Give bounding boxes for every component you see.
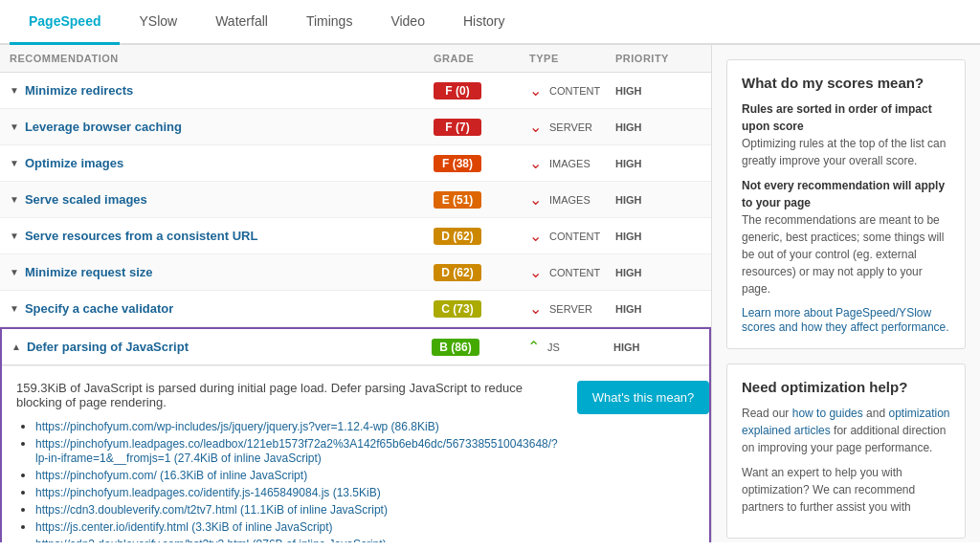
js-link[interactable]: https://cdn3.doubleverify.com/t2tv7.html… bbox=[35, 503, 388, 517]
rec-name-optimize-images[interactable]: ▼ Optimize images bbox=[10, 156, 434, 170]
chevron-icon: ⌄ bbox=[529, 118, 542, 136]
type-label: SERVER bbox=[549, 303, 592, 315]
list-item: https://js.center.io/identify.html (3.3K… bbox=[35, 519, 558, 534]
tab-history[interactable]: History bbox=[444, 0, 524, 45]
type-label: CONTENT bbox=[549, 231, 600, 242]
js-link[interactable]: https://pinchofyum.leadpages.co/identify… bbox=[35, 486, 381, 499]
type-label: SERVER bbox=[549, 121, 592, 133]
priority-label: HIGH bbox=[615, 303, 702, 315]
opt-prefix: Read our bbox=[742, 407, 792, 420]
direction-cell: ⌄ SERVER bbox=[529, 118, 615, 136]
grade-badge: E (51) bbox=[434, 191, 481, 209]
scores-title: What do my scores mean? bbox=[742, 75, 950, 91]
rule-sorted-label: Rules are sorted in order of impact upon… bbox=[742, 102, 932, 133]
list-item: https://pinchofyum.leadpages.co/identify… bbox=[35, 485, 558, 499]
rec-name-minimize-redirects[interactable]: ▼ Minimize redirects bbox=[10, 83, 434, 98]
recommendations-panel: RECOMMENDATION GRADE TYPE PRIORITY ▼ Min… bbox=[0, 45, 712, 542]
rec-name-serve-scaled-images[interactable]: ▼ Serve scaled images bbox=[10, 192, 434, 207]
grade-badge: D (62) bbox=[434, 264, 481, 281]
direction-cell: ⌄ CONTENT bbox=[529, 81, 615, 99]
expand-arrow: ▼ bbox=[10, 121, 19, 132]
table-row: ▼ Serve resources from a consistent URL … bbox=[0, 218, 711, 254]
table-row: ▼ Minimize redirects F (0) ⌄ CONTENT HIG… bbox=[0, 73, 711, 109]
table-row: ▼ Serve scaled images E (51) ⌄ IMAGES HI… bbox=[0, 182, 711, 218]
chevron-icon: ⌄ bbox=[529, 81, 542, 99]
expanded-grade-cell: B (86) bbox=[432, 339, 527, 356]
priority-label: HIGH bbox=[615, 267, 702, 278]
grade-badge: D (62) bbox=[434, 228, 481, 245]
col-grade: GRADE bbox=[434, 53, 529, 64]
list-item: https://cdn3.doubleverify.com/t2tv7.html… bbox=[35, 502, 558, 517]
js-link[interactable]: https://pinchofyum.leadpages.co/leadbox/… bbox=[35, 437, 558, 465]
tab-yslow[interactable]: YSlow bbox=[120, 0, 196, 45]
table-row: ▼ Minimize request size D (62) ⌄ CONTENT… bbox=[0, 254, 711, 291]
chevron-icon: ⌄ bbox=[529, 154, 542, 172]
tab-waterfall[interactable]: Waterfall bbox=[196, 0, 287, 45]
chevron-icon: ⌄ bbox=[529, 190, 542, 209]
js-link[interactable]: https://cdn3.doubleverify.com/bst2tv3.ht… bbox=[35, 538, 387, 542]
list-item: https://pinchofyum.com/ (16.3KiB of inli… bbox=[35, 468, 558, 482]
tab-video[interactable]: Video bbox=[371, 0, 444, 45]
rec-name-minimize-request-size[interactable]: ▼ Minimize request size bbox=[10, 265, 434, 279]
js-links-list: https://pinchofyum.com/wp-includes/js/jq… bbox=[16, 419, 558, 542]
rec-name-serve-resources-consistent-url[interactable]: ▼ Serve resources from a consistent URL bbox=[10, 229, 434, 243]
list-item: https://pinchofyum.com/wp-includes/js/jq… bbox=[35, 419, 558, 433]
direction-cell: ⌄ SERVER bbox=[529, 299, 615, 318]
grade-cell: F (7) bbox=[434, 119, 529, 136]
grade-cell: E (51) bbox=[434, 191, 529, 209]
optimization-text1: Read our how to guides and optimization … bbox=[742, 405, 950, 456]
tab-pagespeed[interactable]: PageSpeed bbox=[10, 0, 120, 45]
rec-name-specify-cache-validator[interactable]: ▼ Specify a cache validator bbox=[10, 301, 434, 316]
table-row: ▼ Optimize images F (38) ⌄ IMAGES HIGH bbox=[0, 145, 711, 182]
scores-rule-sorted: Rules are sorted in order of impact upon… bbox=[742, 100, 950, 169]
col-priority: PRIORITY bbox=[615, 53, 702, 64]
not-every-text: The recommendations are meant to be gene… bbox=[742, 213, 944, 296]
scores-info-box: What do my scores mean? Rules are sorted… bbox=[726, 59, 966, 349]
not-every-label: Not every recommendation will apply to y… bbox=[742, 179, 945, 209]
table-header: RECOMMENDATION GRADE TYPE PRIORITY bbox=[0, 45, 711, 73]
col-type: TYPE bbox=[529, 53, 615, 64]
js-link[interactable]: https://pinchofyum.com/ (16.3KiB of inli… bbox=[35, 469, 307, 482]
optimization-title: Need optimization help? bbox=[742, 379, 950, 395]
type-label: CONTENT bbox=[549, 267, 600, 278]
expand-arrow: ▼ bbox=[10, 194, 19, 205]
how-to-link[interactable]: how to guides bbox=[792, 407, 863, 420]
chevron-icon: ⌄ bbox=[529, 263, 542, 281]
priority-label: HIGH bbox=[615, 85, 702, 97]
table-row: ▼ Leverage browser caching F (7) ⌄ SERVE… bbox=[0, 109, 711, 145]
direction-cell: ⌄ CONTENT bbox=[529, 227, 615, 245]
main-layout: RECOMMENDATION GRADE TYPE PRIORITY ▼ Min… bbox=[0, 45, 980, 542]
rec-label: Minimize request size bbox=[25, 265, 153, 279]
table-row: ▼ Specify a cache validator C (73) ⌄ SER… bbox=[0, 291, 711, 327]
chevron-icon: ⌄ bbox=[529, 299, 542, 318]
scores-not-every: Not every recommendation will apply to y… bbox=[742, 177, 950, 298]
js-link[interactable]: https://pinchofyum.com/wp-includes/js/jq… bbox=[35, 420, 439, 433]
tab-timings[interactable]: Timings bbox=[287, 0, 372, 45]
grade-cell: C (73) bbox=[434, 300, 529, 318]
optimization-text2: Want an expert to help you with optimiza… bbox=[742, 464, 950, 516]
whats-mean-button[interactable]: What's this mean? bbox=[577, 381, 710, 414]
rule-sorted-text: Optimizing rules at the top of the list … bbox=[742, 137, 946, 167]
js-link[interactable]: https://js.center.io/identify.html (3.3K… bbox=[35, 520, 333, 534]
expanded-rec-name[interactable]: ▲ Defer parsing of JavaScript bbox=[11, 340, 432, 354]
direction-cell: ⌄ IMAGES bbox=[529, 190, 615, 209]
grade-cell: D (62) bbox=[434, 264, 529, 281]
priority-label: HIGH bbox=[615, 194, 702, 206]
expanded-row: ▲ Defer parsing of JavaScript B (86) ⌃ J… bbox=[0, 327, 711, 542]
description-text: 159.3KiB of JavaScript is parsed during … bbox=[16, 381, 558, 409]
priority-label: HIGH bbox=[615, 158, 702, 169]
rec-name-leverage-browser-caching[interactable]: ▼ Leverage browser caching bbox=[10, 120, 434, 134]
chevron-up-icon: ⌃ bbox=[527, 338, 540, 356]
collapse-arrow: ▲ bbox=[11, 342, 21, 352]
grade-badge: F (0) bbox=[434, 82, 481, 99]
direction-cell: ⌄ IMAGES bbox=[529, 154, 615, 172]
rows-container: ▼ Minimize redirects F (0) ⌄ CONTENT HIG… bbox=[0, 73, 711, 542]
type-label: IMAGES bbox=[549, 194, 590, 206]
grade-cell: D (62) bbox=[434, 228, 529, 245]
opt-middle: and bbox=[863, 407, 889, 420]
list-item: https://pinchofyum.leadpages.co/leadbox/… bbox=[35, 436, 558, 465]
expanded-direction-cell: ⌃ JS bbox=[527, 338, 613, 356]
expanded-content: 159.3KiB of JavaScript is parsed during … bbox=[2, 365, 709, 542]
expanded-label: Defer parsing of JavaScript bbox=[27, 340, 189, 354]
learn-more-link[interactable]: Learn more about PageSpeed/YSlow scores … bbox=[742, 306, 949, 334]
